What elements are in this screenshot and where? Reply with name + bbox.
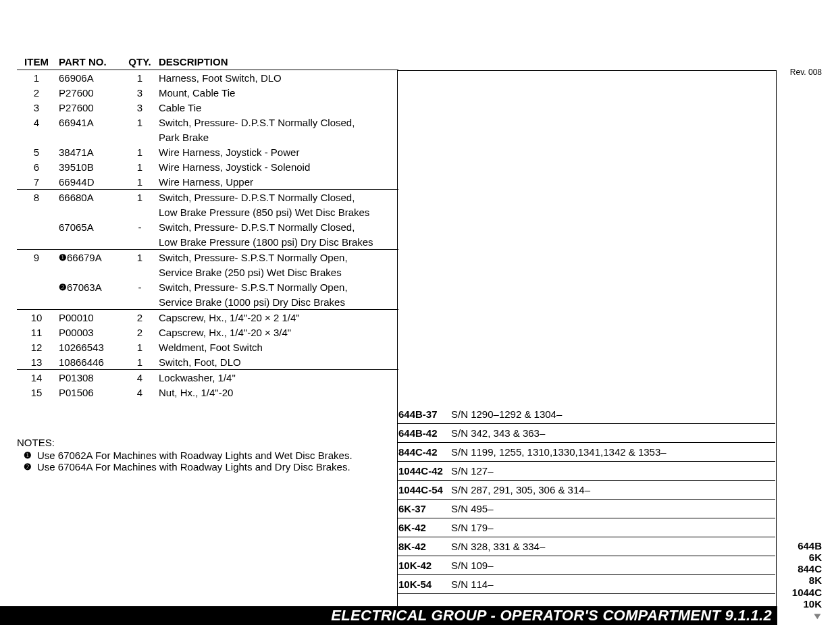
cell-qty: 1 [124, 174, 156, 190]
serial-model: 644B-37 [397, 405, 450, 424]
cell-item: 1 [17, 70, 56, 86]
serial-sn: S/N 179– [450, 518, 775, 537]
cell-desc: Service Brake (250 psi) Wet Disc Brakes [156, 265, 398, 279]
cell-item: 11 [17, 325, 56, 340]
model-side-item: 1044C [792, 587, 822, 598]
th-qty: QTY. [124, 54, 156, 70]
table-row: 2P276003Mount, Cable Tie [17, 85, 398, 100]
cell-qty [124, 234, 156, 250]
cell-qty [124, 130, 156, 144]
table-row: 3P276003Cable Tie [17, 100, 398, 115]
serial-sn: S/N 287, 291, 305, 306 & 314– [450, 481, 775, 500]
serial-row: 6K-42S/N 179– [397, 518, 775, 537]
cell-qty: - [124, 279, 156, 294]
serial-model: 844C-42 [397, 443, 450, 462]
cell-item: 6 [17, 159, 56, 174]
models-sidebar: 644B6K844C8K1044C10K ▼ [792, 540, 822, 622]
serial-row: 10K-54S/N 114– [397, 575, 775, 594]
serial-model: 1044C-42 [397, 462, 450, 481]
cell-item: 15 [17, 385, 56, 400]
model-side-item: 10K [792, 598, 822, 610]
cell-desc: Switch, Pressure- D.P.S.T Normally Close… [156, 115, 398, 130]
table-row: 12102665431Weldment, Foot Switch [17, 340, 398, 354]
cell-desc: Wire Harness, Joystick - Solenoid [156, 159, 398, 174]
cell-desc: Weldment, Foot Switch [156, 340, 398, 354]
th-desc: DESCRIPTION [156, 54, 398, 70]
cell-qty: 3 [124, 85, 156, 100]
cell-part: ❶66679A [56, 250, 124, 265]
cell-part [56, 205, 124, 219]
cell-desc: Low Brake Pressure (850 psi) Wet Disc Br… [156, 205, 398, 219]
cell-qty: 1 [124, 159, 156, 174]
notes-header: NOTES: [17, 437, 398, 448]
table-row: Low Brake Pressure (850 psi) Wet Disc Br… [17, 205, 398, 219]
cell-part: 66680A [56, 190, 124, 205]
table-row: 67065A-Switch, Pressure- D.P.S.T Normall… [17, 219, 398, 234]
cell-qty: 1 [124, 70, 156, 86]
cell-desc: Switch, Pressure- S.P.S.T Normally Open, [156, 250, 398, 265]
serial-model: 1044C-54 [397, 481, 450, 500]
model-side-item: 6K [792, 552, 822, 563]
cell-qty: 1 [124, 144, 156, 159]
table-row: Low Brake Pressure (1800 psi) Dry Disc B… [17, 234, 398, 250]
cell-qty [124, 294, 156, 310]
cell-item: 4 [17, 115, 56, 130]
cell-part: 66941A [56, 115, 124, 130]
serial-model: 6K-37 [397, 500, 450, 518]
serial-row: 6K-37S/N 495– [397, 500, 775, 518]
cell-part: P27600 [56, 85, 124, 100]
table-row: 11P000032Capscrew, Hx., 1/4"-20 × 3/4" [17, 325, 398, 340]
cell-desc: Mount, Cable Tie [156, 85, 398, 100]
cell-qty: - [124, 219, 156, 234]
serial-model: 8K-42 [397, 537, 450, 556]
serial-sn: S/N 495– [450, 500, 775, 518]
notes-block: NOTES: ❶Use 67062A For Machines with Roa… [17, 437, 398, 473]
cell-item: 12 [17, 340, 56, 354]
cell-part: P01506 [56, 385, 124, 400]
cell-item [17, 219, 56, 234]
cell-item: 14 [17, 370, 56, 385]
table-row: 639510B1Wire Harness, Joystick - Solenoi… [17, 159, 398, 174]
serial-table: 644B-37S/N 1290–1292 & 1304–644B-42S/N 3… [397, 405, 775, 594]
cell-part: P00003 [56, 325, 124, 340]
cell-qty [124, 265, 156, 279]
cell-item: 5 [17, 144, 56, 159]
serial-model: 6K-42 [397, 518, 450, 537]
table-row: 15P015064Nut, Hx., 1/4"-20 [17, 385, 398, 400]
table-row: 766944D1Wire Harness, Upper [17, 174, 398, 190]
cell-desc: Switch, Foot, DLO [156, 354, 398, 370]
cell-desc: Park Brake [156, 130, 398, 144]
th-part: PART NO. [56, 54, 124, 70]
cell-desc: Lockwasher, 1/4" [156, 370, 398, 385]
table-row: 166906A1Harness, Foot Switch, DLO [17, 70, 398, 86]
cell-qty: 3 [124, 100, 156, 115]
serial-sn: S/N 114– [450, 575, 775, 594]
cell-item [17, 265, 56, 279]
serial-sn: S/N 127– [450, 462, 775, 481]
cell-item: 7 [17, 174, 56, 190]
note-row: ❶Use 67062A For Machines with Roadway Li… [17, 450, 398, 461]
serial-sn: S/N 342, 343 & 363– [450, 424, 775, 443]
cell-desc: Harness, Foot Switch, DLO [156, 70, 398, 86]
table-row: Park Brake [17, 130, 398, 144]
table-row: 538471A1Wire Harness, Joystick - Power [17, 144, 398, 159]
cell-desc: Capscrew, Hx., 1/4"-20 × 3/4" [156, 325, 398, 340]
serial-sn: S/N 1199, 1255, 1310,1330,1341,1342 & 13… [450, 443, 775, 462]
serial-row: 1044C-42S/N 127– [397, 462, 775, 481]
table-row: Service Brake (1000 psi) Dry Disc Brakes [17, 294, 398, 310]
cell-desc: Cable Tie [156, 100, 398, 115]
model-side-item: 8K [792, 574, 822, 586]
cell-desc: Wire Harness, Joystick - Power [156, 144, 398, 159]
cell-part: 10266543 [56, 340, 124, 354]
serial-row: 644B-37S/N 1290–1292 & 1304– [397, 405, 775, 424]
table-row: Service Brake (250 psi) Wet Disc Brakes [17, 265, 398, 279]
serial-sn: S/N 328, 331 & 334– [450, 537, 775, 556]
cell-item: 8 [17, 190, 56, 205]
cell-qty [124, 205, 156, 219]
table-row: ❷67063A-Switch, Pressure- S.P.S.T Normal… [17, 279, 398, 294]
cell-desc: Switch, Pressure- D.P.S.T Normally Close… [156, 190, 398, 205]
cell-part: 66944D [56, 174, 124, 190]
th-item: ITEM [17, 54, 56, 70]
cell-desc: Nut, Hx., 1/4"-20 [156, 385, 398, 400]
cell-desc: Service Brake (1000 psi) Dry Disc Brakes [156, 294, 398, 310]
